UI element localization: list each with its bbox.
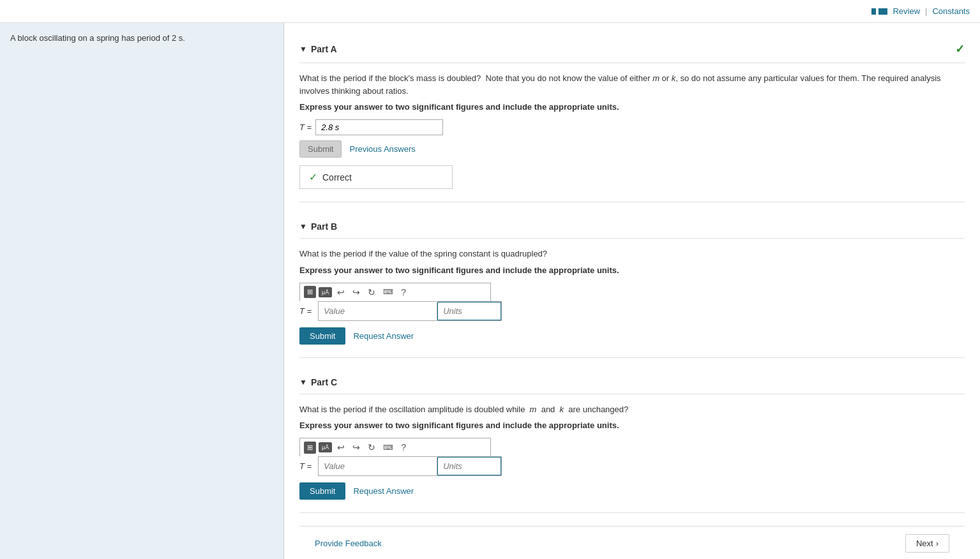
part-c-section: ▼ Part C What is the period if the oscil… bbox=[299, 371, 965, 500]
part-c-value-input[interactable] bbox=[319, 458, 437, 475]
next-label: Next bbox=[916, 539, 933, 548]
part-b-header-left: ▼ Part B bbox=[299, 221, 337, 232]
part-b-mu-btn[interactable]: μÅ bbox=[319, 287, 332, 297]
part-c-units-input[interactable] bbox=[437, 457, 501, 475]
part-a-collapse-arrow[interactable]: ▼ bbox=[299, 45, 307, 54]
part-c-question: What is the period if the oscillation am… bbox=[299, 403, 965, 416]
part-b-math-input-row bbox=[318, 301, 502, 321]
part-a-check-icon: ✓ bbox=[955, 42, 965, 56]
part-c-math-input-row bbox=[318, 456, 502, 476]
part-a-header: ▼ Part A ✓ bbox=[299, 36, 965, 63]
part-b-toolbar: ⊞ μÅ ↩ ↪ ↻ ⌨ ? bbox=[299, 283, 491, 301]
part-b-action-row: Submit Request Answer bbox=[299, 327, 965, 345]
part-b-keyboard-btn[interactable]: ⌨ bbox=[381, 287, 396, 297]
part-c-request-answer-link[interactable]: Request Answer bbox=[353, 486, 414, 496]
part-b-request-answer-link[interactable]: Request Answer bbox=[353, 331, 414, 341]
provide-feedback-link[interactable]: Provide Feedback bbox=[315, 539, 382, 548]
part-b-refresh-btn[interactable]: ↻ bbox=[365, 286, 378, 299]
part-c-title: Part C bbox=[311, 377, 337, 387]
part-b-section: ▼ Part B What is the period if the value… bbox=[299, 215, 965, 345]
separator: | bbox=[925, 6, 927, 16]
part-c-keyboard-btn[interactable]: ⌨ bbox=[381, 442, 396, 453]
part-a-correct-box: ✓ Correct bbox=[299, 165, 453, 189]
part-c-toolbar: ⊞ μÅ ↩ ↪ ↻ ⌨ ? bbox=[299, 438, 491, 456]
part-a-answer-row: T = bbox=[299, 119, 965, 135]
part-b-grid-btn[interactable]: ⊞ bbox=[304, 286, 316, 298]
part-a-instruction: Express your answer to two significant f… bbox=[299, 102, 965, 112]
icon-block1 bbox=[871, 8, 876, 15]
next-button[interactable]: Next › bbox=[905, 534, 949, 553]
part-c-redo-btn[interactable]: ↪ bbox=[350, 441, 363, 454]
part-a-correct-container: ✓ Correct bbox=[299, 165, 965, 189]
layout: A block oscillating on a spring has peri… bbox=[0, 23, 980, 559]
part-a-answer-input[interactable] bbox=[315, 119, 443, 135]
part-b-value-input[interactable] bbox=[319, 302, 437, 320]
part-b-math-container: ⊞ μÅ ↩ ↪ ↻ ⌨ ? T = bbox=[299, 283, 491, 321]
constants-link[interactable]: Constants bbox=[932, 6, 970, 16]
part-b-question: What is the period if the value of the s… bbox=[299, 248, 965, 260]
part-a-question: What is the period if the block's mass i… bbox=[299, 72, 965, 97]
part-a-submit-button: Submit bbox=[299, 140, 342, 158]
part-c-action-row: Submit Request Answer bbox=[299, 482, 965, 500]
icon-block2 bbox=[878, 8, 887, 15]
review-link[interactable]: Review bbox=[893, 6, 920, 16]
footer-bar: Provide Feedback Next › bbox=[299, 526, 965, 559]
part-b-undo-btn[interactable]: ↩ bbox=[335, 286, 347, 299]
part-b-input-row: T = bbox=[299, 301, 491, 321]
part-b-submit-button[interactable]: Submit bbox=[299, 327, 345, 345]
part-b-header: ▼ Part B bbox=[299, 215, 965, 239]
part-c-answer-label: T = bbox=[299, 461, 312, 471]
part-a-previous-answers-link[interactable]: Previous Answers bbox=[349, 144, 415, 154]
part-c-collapse-arrow[interactable]: ▼ bbox=[299, 378, 307, 387]
part-c-undo-btn[interactable]: ↩ bbox=[335, 441, 347, 454]
part-a-section: ▼ Part A ✓ What is the period if the blo… bbox=[299, 36, 965, 189]
part-c-mu-icon: μÅ bbox=[322, 444, 329, 451]
main-content: ▼ Part A ✓ What is the period if the blo… bbox=[284, 23, 980, 559]
sidebar: A block oscillating on a spring has peri… bbox=[0, 23, 284, 559]
grid-icon: ⊞ bbox=[307, 288, 313, 296]
part-c-grid-btn[interactable]: ⊞ bbox=[304, 442, 316, 454]
part-c-math-container: ⊞ μÅ ↩ ↪ ↻ ⌨ ? T = bbox=[299, 438, 491, 476]
part-c-header: ▼ Part C bbox=[299, 371, 965, 394]
part-b-units-input[interactable] bbox=[437, 302, 501, 320]
part-b-answer-label: T = bbox=[299, 306, 312, 316]
part-b-redo-btn[interactable]: ↪ bbox=[350, 286, 363, 299]
next-arrow-icon: › bbox=[936, 539, 939, 548]
part-c-help-btn[interactable]: ? bbox=[398, 441, 409, 454]
review-icons bbox=[871, 8, 887, 15]
part-c-header-left: ▼ Part C bbox=[299, 377, 337, 387]
correct-check-icon: ✓ bbox=[309, 171, 317, 183]
part-c-input-row: T = bbox=[299, 456, 491, 476]
part-b-title: Part B bbox=[311, 221, 337, 232]
part-b-help-btn[interactable]: ? bbox=[398, 286, 409, 299]
part-c-mu-btn[interactable]: μÅ bbox=[319, 442, 332, 452]
part-c-grid-icon: ⊞ bbox=[307, 443, 313, 452]
correct-label: Correct bbox=[322, 172, 352, 183]
part-a-action-row: Submit Previous Answers bbox=[299, 140, 965, 158]
mu-icon: μÅ bbox=[322, 289, 329, 295]
part-a-title: Part A bbox=[311, 44, 337, 54]
part-c-submit-button[interactable]: Submit bbox=[299, 482, 345, 500]
part-a-answer-label: T = bbox=[299, 123, 312, 132]
part-c-refresh-btn[interactable]: ↻ bbox=[365, 441, 378, 454]
problem-statement: A block oscillating on a spring has peri… bbox=[10, 33, 273, 43]
top-bar: Review | Constants bbox=[0, 0, 980, 23]
part-b-instruction: Express your answer to two significant f… bbox=[299, 265, 965, 275]
part-a-header-left: ▼ Part A bbox=[299, 44, 337, 54]
part-c-instruction: Express your answer to two significant f… bbox=[299, 421, 965, 430]
part-b-collapse-arrow[interactable]: ▼ bbox=[299, 222, 307, 231]
